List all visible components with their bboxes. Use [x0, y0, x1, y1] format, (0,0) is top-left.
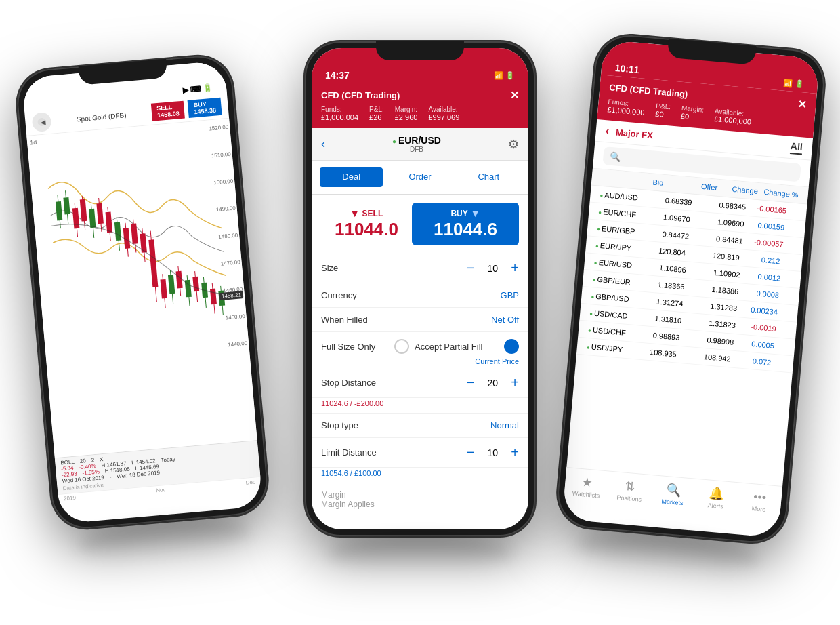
- size-plus[interactable]: +: [511, 260, 519, 276]
- when-filled-value: Net Off: [491, 315, 519, 325]
- nav-watchlists[interactable]: ★ Watchlists: [564, 473, 610, 500]
- search-icon-3: 🔍: [610, 151, 621, 162]
- size-minus[interactable]: −: [467, 260, 475, 276]
- back-arrow-2[interactable]: ‹: [321, 137, 325, 151]
- margin-label-2: Margin:: [395, 106, 418, 113]
- svg-rect-29: [168, 275, 175, 294]
- stop-sub: 11024.6 / -£200.00: [312, 398, 528, 414]
- market-name: ●USD/JPY: [586, 342, 623, 354]
- limit-minus[interactable]: −: [467, 445, 475, 460]
- limit-sub: 11054.6 / £100.00: [312, 468, 528, 483]
- svg-rect-39: [210, 289, 217, 305]
- date-nov: Nov: [156, 487, 166, 493]
- tab-order[interactable]: Order: [385, 165, 454, 190]
- sub-exchange-2: DFB: [410, 146, 423, 153]
- market-change: 0.00234: [737, 304, 778, 316]
- market-change-pct: 0.07: [779, 291, 807, 302]
- gear-icon-2[interactable]: ⚙: [508, 137, 519, 152]
- market-name: ●USD/CHF: [588, 325, 627, 337]
- phone-deal: 14:37 📶 🔋 CFD (CFD Trading) ✕ Funds: £1,…: [305, 41, 535, 536]
- size-stepper: − 10 +: [467, 260, 519, 276]
- spot-gold-label: Spot Gold (DFB): [76, 111, 127, 123]
- app-name-2: CFD (CFD Trading): [321, 90, 400, 100]
- market-change-pct: -0.24: [786, 207, 807, 218]
- sell-price-section[interactable]: ▼ SELL 11044.0: [321, 208, 412, 240]
- chart-sell-buy: SELL 1458.08 BUY 1458.38: [151, 98, 222, 121]
- market-change: 0.0008: [738, 287, 780, 299]
- market-bid: 1.10896: [632, 261, 687, 274]
- market-name: ●GBP/USD: [591, 291, 629, 303]
- svg-rect-11: [89, 209, 96, 228]
- stop-plus[interactable]: +: [511, 375, 519, 390]
- nav-more[interactable]: ••• More: [737, 488, 782, 515]
- sell-label-2: SELL: [362, 209, 383, 218]
- svg-rect-5: [63, 197, 70, 215]
- chart-sell-box: SELL 1458.08: [151, 101, 186, 121]
- market-name: ●EUR/CHF: [598, 207, 637, 219]
- close-icon-2[interactable]: ✕: [510, 89, 519, 102]
- market-change: 0.212: [739, 254, 780, 265]
- full-size-radio[interactable]: [394, 339, 409, 354]
- when-filled-row: When Filled Net Off: [312, 308, 528, 332]
- header-info-2: Funds: £1,000,004 P&L: £26 Margin: £2,96…: [321, 106, 519, 121]
- close-icon-3[interactable]: ✕: [797, 98, 807, 111]
- positions-icon: ⇅: [625, 479, 636, 494]
- phone-chart: ▶ ⌨ 🔋 ◀ Spot Gold (DFB) SELL 1458.08: [14, 53, 270, 531]
- status-icons-2: 📶 🔋: [494, 71, 515, 80]
- alerts-icon: 🔔: [709, 486, 725, 502]
- col-offer: Offer: [663, 179, 718, 192]
- col-bid: Bid: [609, 174, 664, 187]
- instrument-bar-2: ‹ EUR/USD DFB ⚙: [312, 128, 528, 161]
- svg-rect-3: [56, 201, 62, 221]
- limit-plus[interactable]: +: [511, 445, 519, 460]
- svg-rect-35: [192, 277, 199, 292]
- svg-rect-21: [131, 223, 138, 244]
- market-bid: 108.935: [623, 346, 677, 359]
- markets-icon: 🔍: [665, 482, 681, 498]
- full-size-label: Full Size Only: [321, 342, 389, 352]
- svg-rect-17: [114, 222, 121, 241]
- nav-positions[interactable]: ⇅ Positions: [607, 477, 652, 504]
- candlestick-chart: [26, 119, 251, 393]
- all-tab[interactable]: All: [790, 140, 803, 155]
- market-name: ●AUD/USD: [600, 190, 638, 202]
- tab-deal[interactable]: Deal: [320, 167, 383, 187]
- stop-minus[interactable]: −: [467, 375, 475, 390]
- svg-rect-27: [160, 279, 167, 299]
- tab-chart[interactable]: Chart: [455, 165, 523, 190]
- phone-markets: 10:11 📶 🔋 CFD (CFD Trading) ✕ Funds: £1,…: [555, 33, 827, 546]
- margin-section-label: Margin: [321, 490, 519, 500]
- status-icons-1: ▶ ⌨ 🔋: [183, 83, 213, 95]
- watchlists-icon: ★: [581, 475, 593, 490]
- nav-markets[interactable]: 🔍 Markets: [650, 481, 696, 507]
- date-dec: Dec: [245, 479, 255, 486]
- size-value: 10: [482, 263, 503, 274]
- chart-back-btn[interactable]: ◀: [31, 112, 51, 132]
- currency-value: GBP: [501, 290, 519, 300]
- nav-back-arrow-3[interactable]: ‹: [605, 125, 610, 137]
- market-change: 0.0012: [740, 270, 781, 282]
- market-change-pct: -0.14: [776, 325, 807, 336]
- market-bid: 1.31810: [627, 312, 682, 325]
- market-name: ●EUR/USD: [593, 258, 632, 269]
- app-header-2: CFD (CFD Trading) ✕ Funds: £1,000,004 P&…: [312, 83, 528, 128]
- market-offer: 1.18386: [684, 283, 739, 296]
- market-bid: 0.68339: [637, 194, 692, 207]
- market-change: -0.0019: [735, 321, 776, 333]
- market-bid: 1.18366: [630, 278, 685, 291]
- limit-stepper: − 10 +: [467, 445, 519, 460]
- nav-alerts[interactable]: 🔔 Alerts: [694, 485, 739, 511]
- market-name: ●EUR/GBP: [597, 224, 635, 236]
- buy-price-section[interactable]: BUY ▼ 11044.6: [412, 203, 519, 245]
- notch-2: [376, 41, 464, 60]
- ticker-2: EUR/USD: [392, 135, 441, 146]
- stop-type-row: Stop type Normal: [312, 414, 528, 438]
- markets-list: ●AUD/USD 0.68339 0.68345 -0.00165 -0.24 …: [566, 186, 807, 486]
- stop-type-value: Normal: [490, 420, 519, 430]
- col-change-pct: Change %: [757, 187, 799, 199]
- major-fx-btn[interactable]: Major FX: [615, 127, 653, 140]
- market-name: ●USD/CAD: [589, 308, 628, 320]
- avail-value-2: £997,069: [428, 113, 459, 121]
- partial-fill-radio[interactable]: [504, 339, 519, 354]
- market-change-pct: 0.15: [784, 224, 807, 235]
